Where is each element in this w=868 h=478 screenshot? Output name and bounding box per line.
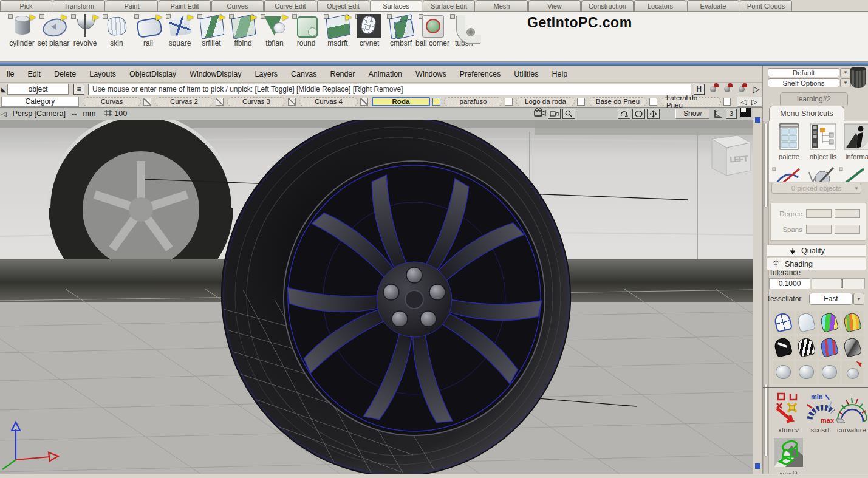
tool-tab[interactable]: Evaluate	[687, 0, 739, 11]
perspective-viewport[interactable]: ◁ Persp [Camera] ↔ mm 100 Show 3	[0, 108, 753, 474]
layer-button[interactable]: Curvas 4	[299, 97, 358, 106]
menu-item[interactable]: WindowDisplay	[183, 70, 248, 78]
tool-tab[interactable]: Point Clouds	[740, 0, 792, 11]
menu-item[interactable]: ile	[0, 70, 21, 78]
tool-xsedit[interactable]: xsedit	[771, 437, 805, 477]
layer-button[interactable]: Logo da roda	[516, 97, 575, 106]
tolerance-field[interactable]: 0.1000	[769, 278, 810, 289]
tessellator-dropdown[interactable]: Fast	[809, 293, 853, 305]
layer-button[interactable]: Lateral do Pneu	[661, 97, 721, 106]
chevron-down-icon[interactable]: ▼	[840, 68, 851, 77]
tool-tab[interactable]: Construction	[581, 0, 634, 11]
zoom-icon[interactable]	[562, 109, 575, 119]
grid-snap-icon[interactable]	[721, 84, 733, 95]
patch-color-shade-icon[interactable]	[819, 311, 840, 334]
layer-visibility-box[interactable]	[216, 98, 224, 106]
scrollbar-thumb[interactable]	[764, 384, 768, 457]
menu-item[interactable]: Animation	[361, 70, 409, 78]
layer-button[interactable]: Roda	[372, 97, 430, 106]
resize-handle-bottom-icon[interactable]	[755, 463, 760, 469]
layout-corner-icon[interactable]	[740, 108, 751, 120]
tool-tab[interactable]: Curves	[211, 0, 264, 11]
tool-tab[interactable]: Mesh	[476, 0, 528, 11]
shelf-tool[interactable]: srfillet	[196, 12, 227, 61]
tool-tab[interactable]: Curve Edit	[264, 0, 316, 11]
shelf-tool[interactable]: ball corner	[417, 12, 448, 61]
tool-tab[interactable]: View	[528, 0, 581, 11]
menu-item[interactable]: Layers	[248, 70, 285, 78]
shelf-tool[interactable]: msdrft	[322, 12, 354, 61]
zebra-stripes-icon[interactable]	[796, 336, 817, 359]
sphere-env-3-icon[interactable]	[819, 361, 840, 384]
viewport-collapse-icon[interactable]: ◁	[1, 110, 6, 118]
layer-visibility-box[interactable]	[143, 98, 151, 106]
spans-field-1[interactable]	[806, 225, 832, 234]
degree-field-1[interactable]	[806, 209, 832, 218]
layer-visibility-box[interactable]	[505, 98, 513, 106]
layer-visibility-box[interactable]	[723, 98, 731, 106]
chevron-down-icon[interactable]: ▼	[840, 78, 851, 87]
menu-item[interactable]: Layouts	[83, 70, 123, 78]
sphere-env-1-icon[interactable]	[773, 361, 794, 384]
tab-learning[interactable]: learning#2	[780, 92, 848, 105]
spans-field-2[interactable]	[835, 225, 860, 234]
tab-menu-shortcuts[interactable]: Menu Shortcuts	[769, 106, 844, 121]
tolerance-slider-thumb[interactable]	[841, 279, 843, 288]
history-icon[interactable]: H	[694, 84, 705, 95]
layer-visibility-box[interactable]	[360, 98, 368, 106]
tool-tab[interactable]: Locators	[634, 0, 686, 11]
shelf-tool[interactable]: ffblnd	[227, 12, 259, 61]
menu-item[interactable]: Help	[545, 70, 575, 78]
layer-visibility-box[interactable]	[577, 98, 585, 106]
tool-tab[interactable]: Transform	[53, 0, 105, 11]
shelf-tool[interactable]: set planar	[38, 12, 69, 61]
layer-button[interactable]: Curvas 3	[227, 97, 285, 106]
twist-icon[interactable]	[618, 109, 630, 119]
tool-tab[interactable]: Object Edit	[317, 0, 369, 11]
layer-visibility-box[interactable]	[288, 98, 296, 106]
tool-tab[interactable]: Paint	[106, 0, 158, 11]
layer-category-button[interactable]: Category	[1, 97, 79, 107]
layer-visibility-box[interactable]	[432, 98, 440, 106]
lasso-select-icon[interactable]	[632, 109, 645, 119]
palette-shortcut[interactable]: palette	[773, 123, 805, 160]
object-lister-shortcut[interactable]: object lis	[807, 123, 839, 160]
prompt-input[interactable]	[88, 84, 691, 95]
shelf-tool[interactable]: crvnet	[354, 12, 385, 61]
iso-bands-shade-icon[interactable]	[842, 311, 863, 334]
tool-tab[interactable]: Surfaces	[370, 0, 422, 11]
ruler-icon[interactable]	[711, 109, 724, 119]
menu-item[interactable]: Canvas	[284, 70, 323, 78]
tolerance-slider[interactable]	[812, 278, 865, 289]
show-button[interactable]: Show	[675, 109, 709, 119]
viewport-camera-label[interactable]: Persp [Camera]	[12, 109, 66, 118]
shelf-tool[interactable]: round	[290, 12, 322, 61]
menu-item[interactable]: Edit	[21, 70, 48, 78]
tool-scnsrf[interactable]: min max scnsrf	[803, 392, 837, 434]
tool-tab[interactable]: Paint Edit	[159, 0, 211, 11]
shelf-tool[interactable]: cylinder	[6, 12, 38, 61]
menu-item[interactable]: Delete	[47, 70, 83, 78]
layer-scroll-arrows[interactable]: ◁ ▷	[737, 97, 762, 107]
highlight-stripes-icon[interactable]	[819, 336, 840, 359]
menu-item[interactable]: Utilities	[507, 70, 545, 78]
picked-objects-dropdown[interactable]: 0 picked objects ▼	[771, 183, 861, 194]
menu-item[interactable]: Render	[323, 70, 361, 78]
wireframe-shade-icon[interactable]	[773, 311, 794, 334]
pan-icon[interactable]	[647, 109, 660, 119]
chevron-down-icon[interactable]: ▼	[853, 293, 864, 305]
pick-object-button[interactable]: object	[7, 84, 69, 95]
layer-button[interactable]: parafuso	[444, 97, 502, 106]
viewcube[interactable]: LEFT	[712, 135, 751, 176]
shelf-tool[interactable]: skin	[101, 12, 132, 61]
shelf-tool[interactable]: tubsrf	[448, 12, 480, 61]
menu-item[interactable]: ObjectDisplay	[123, 70, 183, 78]
camera-icon[interactable]	[534, 108, 546, 120]
camera-view-icon[interactable]	[548, 109, 561, 119]
tool-curvature[interactable]: curvature	[835, 392, 868, 434]
spray-env-icon[interactable]	[842, 361, 863, 384]
quality-section-header[interactable]: Quality	[767, 244, 866, 257]
tool-xfrmcv[interactable]: xfrmcv	[771, 392, 805, 434]
viewport-resize-gutter[interactable]	[753, 108, 762, 474]
clipped-shelf-row[interactable]	[771, 165, 868, 182]
